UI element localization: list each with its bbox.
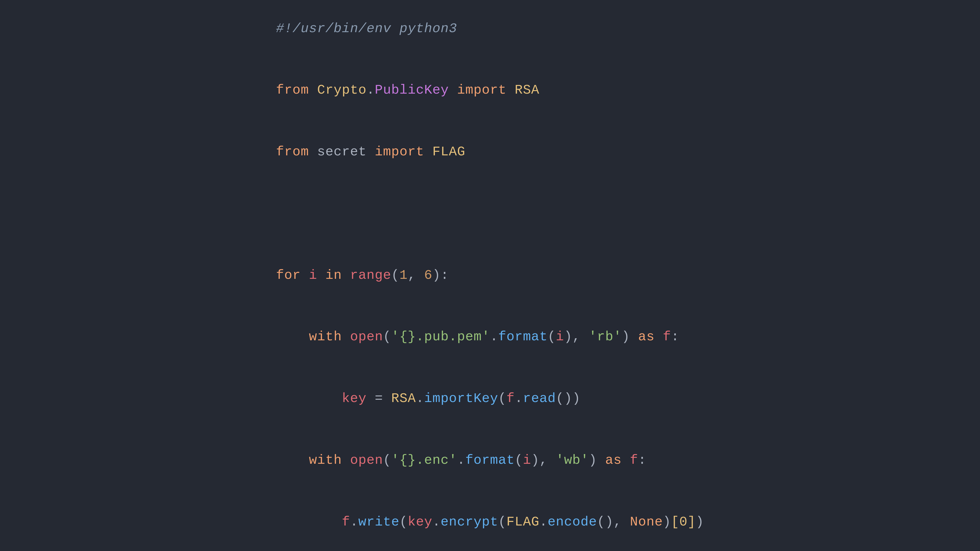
code-block: #!/usr/bin/env python3 from Crypto.Publi… xyxy=(276,0,704,551)
rsa-name-2: RSA xyxy=(391,391,416,406)
rsa-name: RSA xyxy=(515,83,539,98)
encode-method: encode xyxy=(548,514,597,530)
crypto-module: Crypto xyxy=(317,83,366,98)
encrypt-method: encrypt xyxy=(441,514,498,530)
string-wb: 'wb' xyxy=(556,453,589,468)
with-keyword-2: with xyxy=(309,453,342,468)
var-f-2: f xyxy=(507,391,515,406)
line-5: for i in range(1, 6): xyxy=(276,265,704,286)
num-6: 6 xyxy=(424,268,432,283)
format-method-1: format xyxy=(498,329,547,345)
var-i: i xyxy=(309,268,317,283)
line-3: from secret import FLAG xyxy=(276,142,704,162)
open-func-2: open xyxy=(350,453,383,468)
as-keyword-2: as xyxy=(605,453,622,468)
with-keyword-1: with xyxy=(309,329,342,345)
var-i-2: i xyxy=(556,329,564,345)
publickey-module: PublicKey xyxy=(375,83,449,98)
code-container: #!/usr/bin/env python3 from Crypto.Publi… xyxy=(256,0,724,551)
import-keyword: import xyxy=(457,83,506,98)
line-2: from Crypto.PublicKey import RSA xyxy=(276,80,704,101)
string-rb: 'rb' xyxy=(589,329,622,345)
format-method-2: format xyxy=(465,453,514,468)
string-enc: '{}.enc' xyxy=(391,453,457,468)
as-keyword-1: as xyxy=(638,329,655,345)
var-f-1: f xyxy=(663,329,671,345)
from-keyword-2: from xyxy=(276,144,309,159)
range-func: range xyxy=(350,268,391,283)
bracket-0: [0] xyxy=(671,514,696,530)
open-func-1: open xyxy=(350,329,383,345)
importkey-method: importKey xyxy=(424,391,498,406)
var-key: key xyxy=(342,391,367,406)
from-keyword: from xyxy=(276,83,309,98)
line-4 xyxy=(276,203,704,224)
flag-name: FLAG xyxy=(432,144,465,159)
write-method: write xyxy=(358,514,399,530)
shebang-comment: #!/usr/bin/env python3 xyxy=(276,21,457,36)
line-1: #!/usr/bin/env python3 xyxy=(276,19,704,39)
string-pub-pem: '{}.pub.pem' xyxy=(391,329,490,345)
import-keyword-2: import xyxy=(375,144,424,159)
flag-name-2: FLAG xyxy=(506,514,539,530)
var-f-4: f xyxy=(342,514,350,530)
var-f-3: f xyxy=(630,453,638,468)
line-6: with open('{}.pub.pem'.format(i), 'rb') … xyxy=(276,327,704,348)
none-keyword: None xyxy=(630,514,663,530)
line-9: f.write(key.encrypt(FLAG.encode(), None)… xyxy=(276,512,704,533)
read-method: read xyxy=(523,391,556,406)
line-7: key = RSA.importKey(f.read()) xyxy=(276,389,704,409)
num-1: 1 xyxy=(399,268,407,283)
in-keyword: in xyxy=(325,268,342,283)
secret-name: secret xyxy=(317,144,366,159)
var-key-2: key xyxy=(408,514,433,530)
for-keyword: for xyxy=(276,268,301,283)
var-i-3: i xyxy=(523,453,531,468)
line-8: with open('{}.enc'.format(i), 'wb') as f… xyxy=(276,450,704,471)
